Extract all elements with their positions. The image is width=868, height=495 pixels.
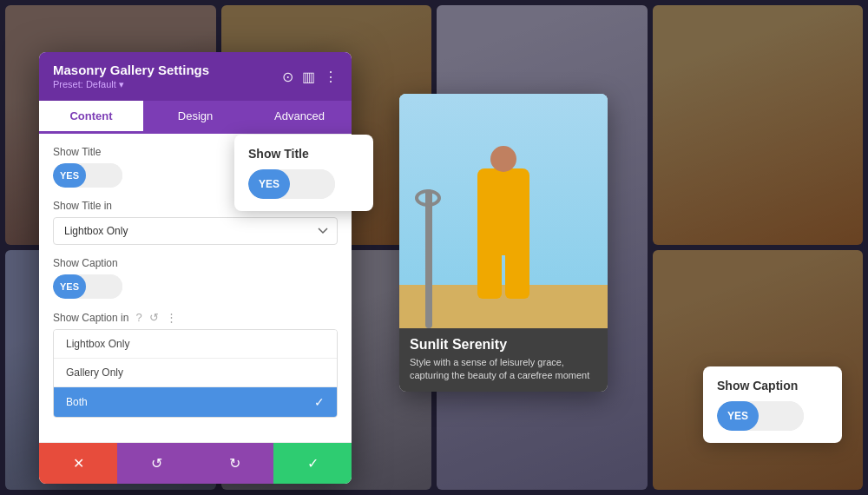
person-leg-left [477,255,502,299]
redo-button[interactable]: ↻ [195,443,273,484]
tooltip-caption-toggle[interactable]: YES [717,401,804,431]
refresh-icon[interactable]: ↺ [149,311,159,324]
person-legs [477,255,529,299]
featured-caption: Sunlit Serenity Style with a sense of le… [399,328,608,392]
tab-design[interactable]: Design [143,101,247,134]
show-caption-no-area [86,274,122,299]
settings-tabs: Content Design Advanced [39,101,352,134]
tooltip-caption-no [759,401,804,431]
tooltip-caption-yes: YES [717,401,759,431]
caption-option-gallery[interactable]: Gallery Only [54,359,337,387]
settings-header-info: Masonry Gallery Settings Preset: Default… [53,63,209,90]
caption-in-dropdown: Lightbox Only Gallery Only Both ✓ [53,329,338,418]
person-leg-right [505,255,529,299]
more-icon[interactable]: ⋮ [166,311,177,324]
featured-gallery-item: Sunlit Serenity Style with a sense of le… [399,94,608,392]
person-head [490,146,516,172]
settings-preset[interactable]: Preset: Default ▾ [53,79,209,90]
show-caption-yes-label: YES [53,274,86,299]
settings-columns-icon[interactable]: ▥ [302,69,315,85]
settings-focus-icon[interactable]: ⊙ [282,69,293,85]
tab-content[interactable]: Content [39,101,143,134]
caption-option-both[interactable]: Both ✓ [54,387,337,417]
checkmark-icon: ✓ [314,395,325,409]
show-title-tooltip: Show Title YES [234,135,373,211]
show-caption-row: Show Caption YES [53,257,338,299]
show-title-in-select[interactable]: Lightbox Only Gallery Only Both [53,217,338,245]
show-caption-label: Show Caption [53,257,338,269]
tab-advanced[interactable]: Advanced [247,101,352,134]
undo-button[interactable]: ↺ [117,443,195,484]
save-button[interactable]: ✓ [273,443,352,484]
settings-panel: Masonry Gallery Settings Preset: Default… [39,52,352,484]
basketball-hoop [415,189,441,207]
toggle-yes-label: YES [53,163,86,188]
cancel-button[interactable]: ✕ [39,443,117,484]
person-figure [469,146,538,294]
show-caption-in-label-row: Show Caption in ? ↺ ⋮ [53,311,338,324]
person-body [477,168,529,255]
toggle-no-area [86,163,122,188]
show-caption-tooltip: Show Caption YES [703,366,842,443]
tooltip-title-no [290,169,335,199]
tooltip-title-toggle[interactable]: YES [248,169,335,199]
caption-option-lightbox[interactable]: Lightbox Only [54,330,337,359]
settings-title: Masonry Gallery Settings [53,63,209,77]
tooltip-title-label: Show Title [248,147,359,161]
settings-header-icons: ⊙ ▥ ⋮ [282,69,338,85]
settings-more-icon[interactable]: ⋮ [324,69,338,85]
settings-header: Masonry Gallery Settings Preset: Default… [39,52,352,101]
settings-footer: ✕ ↺ ↻ ✓ [39,442,352,484]
caption-option-both-label: Both [66,396,88,408]
show-caption-in-text: Show Caption in [53,312,128,324]
show-title-toggle[interactable]: YES [53,163,122,188]
tooltip-title-yes: YES [248,169,290,199]
featured-caption-text: Style with a sense of leisurely grace, c… [410,356,597,383]
featured-title: Sunlit Serenity [410,337,597,353]
show-caption-in-row: Show Caption in ? ↺ ⋮ Lightbox Only Gall… [53,311,338,418]
featured-image [399,94,608,328]
help-icon[interactable]: ? [135,311,141,324]
show-caption-toggle-container: YES [53,274,338,299]
basketball-pole [425,189,432,328]
show-caption-toggle[interactable]: YES [53,274,122,299]
tooltip-caption-label: Show Caption [717,379,828,393]
